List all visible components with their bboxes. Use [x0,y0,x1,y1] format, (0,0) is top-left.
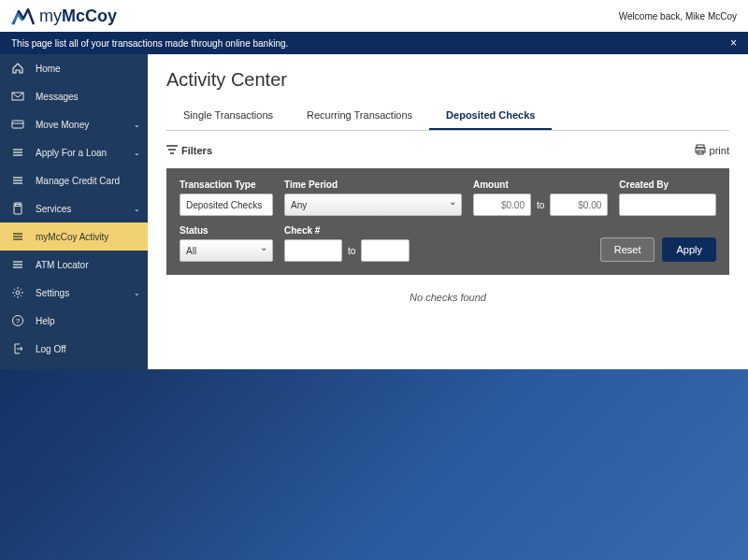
home-icon [9,62,26,75]
sidebar-item-mymccoy-activity[interactable]: myMcCoy Activity [0,223,148,251]
topbar: myMcCoy Welcome back,Mike McCoy [0,0,748,32]
banner-text: This page list all of your transactions … [11,38,288,49]
transaction-type-input[interactable] [180,194,273,216]
sidebar-item-label: Manage Credit Card [36,176,120,186]
sidebar-item-services[interactable]: Services⌄ [0,194,148,223]
lines-icon [9,258,26,271]
apply-button[interactable]: Apply [662,237,716,262]
sidebar-item-settings[interactable]: Settings⌄ [0,279,148,307]
status-select[interactable]: All [180,239,273,262]
sidebar-item-label: Move Money [36,120,89,130]
print-label: print [710,145,729,156]
empty-state: No checks found [166,275,729,320]
activity-icon [9,230,26,243]
created-by-label: Created By [619,179,716,190]
amount-from-input[interactable] [473,194,531,216]
lines-icon [9,174,26,187]
chevron-down-icon: ⌄ [134,289,140,297]
logout-icon [9,342,26,355]
tab-recurring-transactions[interactable]: Recurring Transactions [290,102,429,130]
close-icon[interactable]: × [730,36,737,50]
sidebar-item-messages[interactable]: Messages [0,82,148,110]
logo-mark-icon [11,6,36,26]
sidebar-item-label: Messages [36,92,79,102]
calc-icon [9,202,26,215]
time-period-label: Time Period [284,179,462,190]
status-label: Status [180,225,273,236]
tab-bar: Single TransactionsRecurring Transaction… [166,102,729,131]
transaction-type-label: Transaction Type [180,179,273,190]
sidebar-item-apply-for-a-loan[interactable]: Apply For a Loan⌄ [0,138,148,166]
svg-rect-10 [16,205,21,207]
print-icon [695,144,706,157]
amount-label: Amount [473,179,608,190]
page-title: Activity Center [166,69,729,91]
reset-button[interactable]: Reset [600,237,655,262]
gear-icon [9,286,26,299]
check-from-input[interactable] [284,239,342,262]
lines-icon [9,146,26,159]
help-icon: ? [9,314,26,327]
brand-text: myMcCoy [39,7,117,26]
sidebar-item-move-money[interactable]: Move Money⌄ [0,110,148,138]
filters-toggle[interactable]: Filters [166,145,212,156]
sidebar-item-label: Home [36,64,61,74]
mail-icon [9,90,26,103]
amount-to-label: to [537,200,544,210]
svg-point-17 [16,291,20,294]
main-content: Activity Center Single TransactionsRecur… [148,54,748,369]
chevron-down-icon: ⌄ [134,205,140,213]
sidebar-item-label: ATM Locator [36,260,89,270]
sidebar-item-label: myMcCoy Activity [36,232,108,242]
tab-deposited-checks[interactable]: Deposited Checks [429,102,552,130]
welcome-message: Welcome back,Mike McCoy [619,11,737,22]
info-banner: This page list all of your transactions … [0,32,748,54]
sidebar-item-atm-locator[interactable]: ATM Locator [0,251,148,279]
sidebar-item-label: Services [36,204,71,214]
toolbar: Filters print [166,144,729,157]
sidebar-item-log-off[interactable]: Log Off [0,335,148,363]
sidebar-item-label: Log Off [36,344,66,354]
filters-label: Filters [181,145,212,156]
check-num-label: Check # [284,225,410,236]
time-period-select[interactable]: Any [284,194,462,216]
brand-logo: myMcCoy [11,6,117,26]
amount-to-input[interactable] [550,194,608,216]
print-button[interactable]: print [695,144,729,157]
card-icon [9,118,26,131]
sidebar-item-help[interactable]: ?Help [0,307,148,335]
svg-text:?: ? [16,317,21,325]
sidebar-item-label: Help [36,316,55,326]
filter-panel: Transaction Type Time Period Any Amount … [166,168,729,275]
tab-single-transactions[interactable]: Single Transactions [166,102,290,130]
sidebar-item-manage-credit-card[interactable]: Manage Credit Card [0,166,148,194]
svg-rect-1 [12,121,23,128]
filter-icon [166,145,178,156]
sidebar-item-home[interactable]: Home [0,54,148,82]
chevron-down-icon: ⌄ [134,121,140,129]
chevron-down-icon: ⌄ [134,149,140,157]
created-by-input[interactable] [619,194,716,216]
check-to-label: to [348,246,355,256]
sidebar-item-label: Settings [36,288,69,298]
sidebar-item-label: Apply For a Loan [36,148,107,158]
sidebar-nav: HomeMessagesMove Money⌄Apply For a Loan⌄… [0,54,148,369]
check-to-input[interactable] [361,239,410,262]
